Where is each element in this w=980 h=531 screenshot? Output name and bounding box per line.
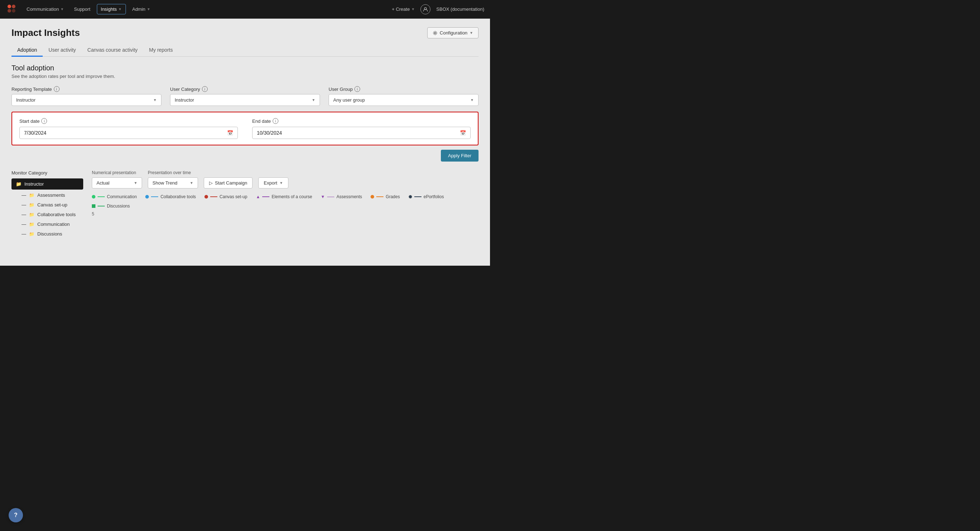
legend-line bbox=[376, 196, 383, 197]
monitor-sidebar: Monitor Category 📁 Instructor — 📁 Assess… bbox=[11, 170, 83, 239]
start-campaign-button[interactable]: ▷ Start Campaign bbox=[204, 177, 253, 188]
legend-assessments: ▼ Assessments bbox=[321, 194, 362, 199]
numerical-select[interactable]: Actual ▼ bbox=[92, 177, 142, 188]
app-logo[interactable] bbox=[6, 3, 20, 16]
svg-point-5 bbox=[434, 32, 436, 34]
legend-line bbox=[151, 196, 158, 197]
legend-line bbox=[262, 196, 269, 197]
folder-icon: 📁 bbox=[29, 193, 35, 198]
tabs: Adoption User activity Canvas course act… bbox=[11, 44, 479, 57]
folder-icon: 📁 bbox=[29, 203, 35, 207]
nav-admin[interactable]: Admin ▼ bbox=[129, 4, 154, 14]
chevron-down-icon: ▼ bbox=[280, 181, 283, 185]
chevron-down-icon: ▼ bbox=[118, 7, 122, 11]
user-category-group: User Category i Instructor ▼ bbox=[170, 86, 320, 106]
monitor-sub-discussions[interactable]: — 📁 Discussions bbox=[11, 229, 83, 239]
info-icon[interactable]: i bbox=[202, 86, 208, 92]
legend-arrow-icon: ▼ bbox=[321, 194, 325, 199]
main-area: Impact Insights Configuration ▼ Adoption… bbox=[0, 19, 490, 266]
export-button[interactable]: Export ▼ bbox=[258, 177, 288, 188]
svg-point-3 bbox=[12, 9, 16, 13]
info-icon[interactable]: i bbox=[273, 118, 278, 124]
chart-area: Numerical presentation Actual ▼ Presenta… bbox=[92, 170, 479, 239]
user-category-select[interactable]: Instructor ▼ bbox=[170, 94, 320, 106]
configuration-button[interactable]: Configuration ▼ bbox=[427, 27, 479, 38]
filter-row: Reporting Template i Instructor ▼ User C… bbox=[11, 86, 479, 106]
numerical-label: Numerical presentation bbox=[92, 170, 142, 175]
monitor-active-instructor[interactable]: 📁 Instructor bbox=[11, 179, 83, 190]
page-title: Impact Insights bbox=[11, 27, 80, 38]
legend-elements: ▲ Elements of a course bbox=[256, 194, 312, 199]
chevron-down-icon: ▼ bbox=[134, 181, 137, 185]
end-date-input[interactable]: 10/30/2024 📅 bbox=[252, 127, 471, 139]
legend-dot bbox=[371, 195, 374, 199]
user-group-label: User Group i bbox=[329, 86, 479, 92]
legend-dot bbox=[204, 195, 208, 199]
start-date-input[interactable]: 7/30/2024 📅 bbox=[19, 127, 238, 139]
chevron-down-icon: ▼ bbox=[60, 7, 64, 11]
section-subtitle: See the adoption rates per tool and impr… bbox=[11, 73, 479, 79]
monitor-sub-collaborative[interactable]: — 📁 Collaborative tools bbox=[11, 210, 83, 219]
legend-line bbox=[414, 196, 422, 197]
chart-legend: Communication Collaborative tools Canvas… bbox=[92, 194, 479, 209]
start-date-label: Start date i bbox=[19, 118, 238, 124]
presentation-label: Presentation over time bbox=[148, 170, 198, 175]
chevron-down-icon: ▼ bbox=[411, 7, 415, 11]
legend-dot bbox=[145, 195, 149, 199]
legend-canvas-setup: Canvas set-up bbox=[204, 194, 247, 199]
monitor-sub-communication[interactable]: — 📁 Communication bbox=[11, 219, 83, 229]
info-icon[interactable]: i bbox=[355, 86, 360, 92]
chevron-down-icon: ▼ bbox=[190, 181, 193, 185]
legend-dot bbox=[409, 195, 412, 199]
calendar-icon[interactable]: 📅 bbox=[227, 130, 233, 136]
monitor-sub-assessments[interactable]: — 📁 Assessments bbox=[11, 190, 83, 200]
legend-communication: Communication bbox=[92, 194, 137, 199]
tab-my-reports[interactable]: My reports bbox=[143, 44, 179, 57]
folder-icon: 📁 bbox=[29, 222, 35, 227]
legend-eportfolios: ePortfolios bbox=[409, 194, 444, 199]
nav-right: + Create ▼ SBOX (documentation) bbox=[392, 4, 484, 14]
lower-section: Monitor Category 📁 Instructor — 📁 Assess… bbox=[0, 170, 490, 239]
apply-filter-button[interactable]: Apply Filter bbox=[441, 150, 479, 161]
legend-line bbox=[210, 196, 217, 197]
nav-insights[interactable]: Insights ▼ bbox=[97, 4, 126, 14]
folder-icon: 📁 bbox=[16, 181, 22, 187]
legend-line bbox=[97, 206, 105, 206]
chevron-down-icon: ▼ bbox=[153, 98, 157, 102]
gear-icon bbox=[433, 30, 438, 35]
tab-user-activity[interactable]: User activity bbox=[43, 44, 81, 57]
svg-point-2 bbox=[8, 9, 11, 13]
monitor-sub-canvas-setup[interactable]: — 📁 Canvas set-up bbox=[11, 200, 83, 210]
folder-icon: 📁 bbox=[29, 212, 35, 217]
legend-dash bbox=[327, 197, 334, 197]
reporting-template-group: Reporting Template i Instructor ▼ bbox=[11, 86, 161, 106]
folder-icon: 📁 bbox=[29, 231, 35, 237]
user-avatar[interactable] bbox=[420, 4, 430, 14]
legend-triangle-icon: ▲ bbox=[256, 194, 260, 199]
play-icon: ▷ bbox=[209, 180, 213, 186]
chevron-down-icon: ▼ bbox=[470, 98, 474, 102]
presentation-select[interactable]: Show Trend ▼ bbox=[148, 177, 198, 188]
nav-communication[interactable]: Communication ▼ bbox=[23, 4, 67, 14]
user-group-select[interactable]: Any user group ▼ bbox=[329, 94, 479, 106]
calendar-icon[interactable]: 📅 bbox=[460, 130, 466, 136]
user-group-group: User Group i Any user group ▼ bbox=[329, 86, 479, 106]
monitor-category-title: Monitor Category bbox=[11, 170, 83, 175]
legend-grades: Grades bbox=[371, 194, 399, 199]
reporting-template-label: Reporting Template i bbox=[11, 86, 161, 92]
legend-dot bbox=[92, 195, 95, 199]
info-icon[interactable]: i bbox=[54, 86, 60, 92]
legend-line bbox=[97, 196, 105, 197]
nav-support[interactable]: Support bbox=[70, 4, 94, 14]
create-button[interactable]: + Create ▼ bbox=[392, 6, 415, 12]
content-wrapper: Impact Insights Configuration ▼ Adoption… bbox=[0, 19, 490, 169]
info-icon[interactable]: i bbox=[41, 118, 47, 124]
reporting-template-select[interactable]: Instructor ▼ bbox=[11, 94, 161, 106]
svg-point-1 bbox=[12, 5, 16, 8]
chevron-down-icon: ▼ bbox=[469, 31, 473, 35]
chart-controls: Numerical presentation Actual ▼ Presenta… bbox=[92, 170, 479, 188]
legend-square bbox=[92, 204, 95, 208]
start-date-group: Start date i 7/30/2024 📅 bbox=[19, 118, 238, 139]
tab-adoption[interactable]: Adoption bbox=[11, 44, 43, 57]
tab-canvas-course[interactable]: Canvas course activity bbox=[82, 44, 143, 57]
